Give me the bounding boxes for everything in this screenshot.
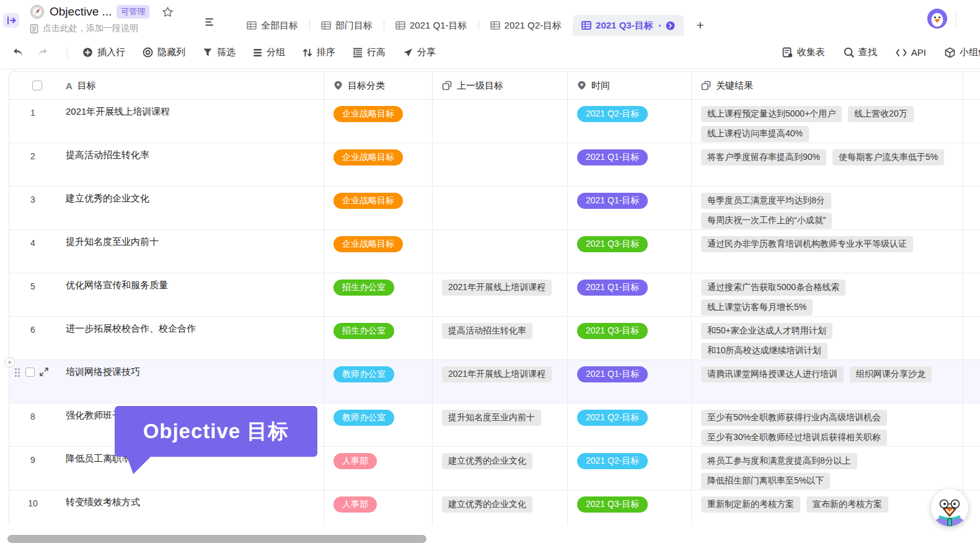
category-cell[interactable]: 招生办公室 (324, 317, 433, 359)
insert-row-button[interactable]: 插入行 (82, 46, 125, 58)
time-cell[interactable]: 2021 Q1-目标 (568, 360, 692, 403)
parent-objective-cell[interactable] (433, 230, 568, 273)
row-number: 5 (30, 281, 35, 316)
file-title[interactable]: Objective ... (50, 5, 112, 19)
time-cell[interactable]: 2021 Q1-目标 (568, 187, 692, 229)
table-row[interactable]: 5优化网络宣传和服务质量招生办公室2021年开展线上培训课程2021 Q1-目标… (9, 273, 980, 317)
mascot-assistant-icon[interactable] (931, 489, 968, 526)
row-height-button[interactable]: 行高 (353, 46, 386, 58)
key-results-cell[interactable]: 和50+家企业达成人才聘用计划和10所高校达成继续培训计划 (692, 317, 963, 359)
objective-cell[interactable]: 转变绩效考核方式 (56, 490, 324, 526)
key-results-cell[interactable]: 通过民办非学历教育培训机构教师专业水平等级认证 (692, 230, 963, 273)
horizontal-scrollbar[interactable] (7, 535, 426, 543)
tab-all-objectives[interactable]: 全部目标 (236, 15, 309, 36)
insert-row-hint[interactable]: + (4, 357, 15, 368)
key-results-cell[interactable]: 至少有50%全职教师获得行业内高级培训机会至少有30%全职教师经过培训后获得相关… (692, 403, 963, 446)
key-result-tag: 组织网课分享沙龙 (850, 366, 932, 382)
time-cell[interactable]: 2021 Q1-目标 (568, 143, 692, 186)
tab-expand-chevron-icon[interactable] (666, 21, 675, 30)
objective-cell[interactable]: 2021年开展线上培训课程 (56, 100, 324, 143)
hide-fields-button[interactable]: 隐藏列 (143, 46, 185, 58)
key-results-cell[interactable]: 将员工参与度和满意度提高到8分以上降低招生部门离职率至5%以下 (692, 447, 963, 490)
column-header-parent[interactable]: 上一级目标 (433, 72, 568, 99)
redo-icon[interactable] (35, 45, 51, 61)
expand-record-icon[interactable] (40, 368, 48, 376)
row-checkbox[interactable] (25, 368, 35, 377)
parent-objective-cell[interactable]: 2021年开展线上培训课程 (433, 273, 568, 316)
table-row[interactable]: 4提升知名度至业内前十企业战略目标2021 Q3-目标通过民办非学历教育培训机构… (9, 230, 980, 273)
key-results-cell[interactable]: 重新制定新的考核方案宣布新的考核方案 (692, 490, 963, 526)
time-cell[interactable]: 2021 Q3-目标 (568, 490, 692, 526)
category-cell[interactable]: 人事部 (324, 447, 433, 490)
table-row[interactable]: 6进一步拓展校校合作、校企合作招生办公室提高活动招生转化率2021 Q3-目标和… (9, 317, 980, 360)
tab-2021-q3-active[interactable]: 2021 Q3-目标 (573, 15, 684, 36)
key-result-tag: 线上课堂访客每月增长5% (701, 299, 813, 315)
category-cell[interactable]: 招生办公室 (324, 273, 433, 316)
expand-sidebar-icon[interactable] (3, 13, 19, 28)
view-list-icon[interactable] (201, 11, 219, 32)
parent-objective-cell[interactable] (433, 100, 568, 143)
key-results-cell[interactable]: 线上课程预定量达到5000+个用户线上营收20万线上课程访问率提高40% (692, 100, 963, 143)
tab-department-objectives[interactable]: 部门目标 (310, 15, 384, 36)
key-results-cell[interactable]: 将客户季度留存率提高到90%使每期客户流失率低于5% (692, 143, 963, 186)
objective-cell[interactable]: 建立优秀的企业文化 (56, 187, 324, 229)
category-cell[interactable]: 企业战略目标 (324, 100, 433, 143)
column-header-key-results[interactable]: 关键结果 (692, 72, 963, 99)
share-button[interactable]: 分享 (403, 46, 436, 58)
parent-objective-cell[interactable]: 2021年开展线上培训课程 (433, 360, 568, 403)
table-row[interactable]: 培训网络授课技巧教师办公室2021年开展线上培训课程2021 Q1-目标请腾讯课… (9, 360, 980, 403)
category-cell[interactable]: 教师办公室 (324, 403, 433, 446)
time-cell[interactable]: 2021 Q3-目标 (568, 230, 692, 273)
category-cell[interactable]: 企业战略目标 (324, 143, 433, 186)
objective-cell[interactable]: 提高活动招生转化率 (56, 143, 324, 186)
column-header-objective[interactable]: A 目标 (56, 72, 324, 99)
star-icon[interactable] (162, 6, 174, 18)
select-all-checkbox[interactable] (32, 81, 42, 90)
table-row[interactable]: 2提高活动招生转化率企业战略目标2021 Q1-目标将客户季度留存率提高到90%… (9, 143, 980, 187)
key-results-cell[interactable]: 每季度员工满意度平均达到8分每周庆祝一次工作上的“小成就” (692, 187, 963, 229)
objective-cell[interactable]: 优化网络宣传和服务质量 (56, 273, 324, 316)
time-cell[interactable]: 2021 Q3-目标 (568, 317, 692, 359)
category-cell[interactable]: 企业战略目标 (324, 187, 433, 229)
undo-icon[interactable] (10, 45, 26, 61)
table-row[interactable]: 10转变绩效考核方式人事部建立优秀的企业文化2021 Q3-目标重新制定新的考核… (9, 490, 980, 526)
objective-cell[interactable]: 进一步拓展校校合作、校企合作 (56, 317, 324, 359)
parent-objective-cell[interactable]: 提高活动招生转化率 (433, 317, 568, 359)
parent-objective-cell[interactable]: 建立优秀的企业文化 (433, 447, 568, 490)
find-button[interactable]: 查找 (844, 46, 877, 58)
time-cell[interactable]: 2021 Q2-目标 (568, 100, 692, 143)
column-header-time[interactable]: 时间 (568, 72, 692, 99)
collect-form-button[interactable]: 收集表 (782, 46, 825, 58)
tab-2021-q1[interactable]: 2021 Q1-目标 (384, 15, 479, 36)
objective-cell[interactable]: 培训网络授课技巧 (56, 360, 324, 403)
parent-objective-cell[interactable] (433, 187, 568, 229)
table-row[interactable]: 3建立优秀的企业文化企业战略目标2021 Q1-目标每季度员工满意度平均达到8分… (9, 187, 980, 230)
parent-objective-cell[interactable] (433, 143, 568, 186)
widget-button[interactable]: 小组件 (945, 46, 980, 58)
category-cell[interactable]: 教师办公室 (324, 360, 433, 403)
objective-cell[interactable]: 提升知名度至业内前十 (56, 230, 324, 273)
sort-button[interactable]: 排序 (302, 46, 335, 58)
group-button[interactable]: 分组 (253, 46, 285, 58)
time-cell[interactable]: 2021 Q1-目标 (568, 273, 692, 316)
api-button[interactable]: API (896, 47, 926, 58)
drag-handle-icon[interactable] (14, 368, 20, 377)
user-avatar[interactable] (927, 9, 947, 29)
parent-objective-cell[interactable]: 建立优秀的企业文化 (433, 490, 568, 526)
filter-button[interactable]: 筛选 (203, 46, 236, 58)
tooltip-arrow (127, 457, 151, 474)
file-description[interactable]: 点击此处，添加一段说明 (30, 23, 174, 34)
time-cell[interactable]: 2021 Q2-目标 (568, 447, 692, 490)
parent-objective-cell[interactable]: 提升知名度至业内前十 (433, 403, 568, 446)
category-cell[interactable]: 人事部 (324, 490, 433, 526)
column-header-category[interactable]: 目标分类 (324, 72, 433, 99)
key-result-tag: 至少有50%全职教师获得行业内高级培训机会 (701, 410, 887, 426)
time-cell[interactable]: 2021 Q2-目标 (568, 403, 692, 446)
key-results-cell[interactable]: 请腾讯课堂网络授课达人进行培训组织网课分享沙龙 (692, 360, 963, 403)
key-result-tag: 线上课程预定量达到5000+个用户 (701, 106, 842, 122)
tab-2021-q2[interactable]: 2021 Q2-目标 (479, 15, 573, 36)
add-view-button[interactable]: + (690, 15, 711, 36)
table-row[interactable]: 12021年开展线上培训课程企业战略目标2021 Q2-目标线上课程预定量达到5… (9, 100, 980, 143)
category-cell[interactable]: 企业战略目标 (324, 230, 433, 273)
key-results-cell[interactable]: 通过搜索广告获取5000条合格线索线上课堂访客每月增长5% (692, 273, 963, 316)
